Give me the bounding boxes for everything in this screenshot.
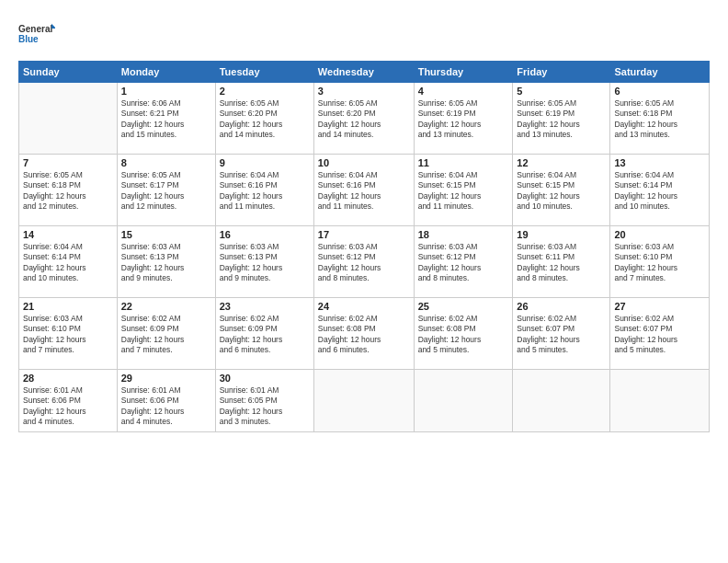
calendar-cell xyxy=(513,370,610,432)
day-number: 28 xyxy=(23,373,113,384)
day-info: Sunrise: 6:04 AMSunset: 6:15 PMDaylight:… xyxy=(517,170,606,213)
weekday-header-monday: Monday xyxy=(117,62,215,83)
weekday-header-row: SundayMondayTuesdayWednesdayThursdayFrid… xyxy=(19,62,710,83)
svg-marker-2 xyxy=(51,24,55,29)
calendar-cell: 23Sunrise: 6:02 AMSunset: 6:09 PMDayligh… xyxy=(215,298,313,370)
calendar-cell xyxy=(610,370,710,432)
calendar-week-2: 7Sunrise: 6:05 AMSunset: 6:18 PMDaylight… xyxy=(19,155,710,226)
calendar-cell: 19Sunrise: 6:03 AMSunset: 6:11 PMDayligh… xyxy=(513,226,610,298)
day-number: 25 xyxy=(418,301,509,312)
day-info: Sunrise: 6:02 AMSunset: 6:09 PMDaylight:… xyxy=(121,314,211,356)
calendar-cell xyxy=(313,370,414,432)
day-number: 17 xyxy=(318,229,410,240)
day-info: Sunrise: 6:01 AMSunset: 6:05 PMDaylight:… xyxy=(220,385,310,428)
day-number: 15 xyxy=(121,229,211,240)
day-info: Sunrise: 6:05 AMSunset: 6:19 PMDaylight:… xyxy=(418,98,509,141)
day-number: 30 xyxy=(220,373,310,384)
calendar-week-3: 14Sunrise: 6:04 AMSunset: 6:14 PMDayligh… xyxy=(19,226,710,298)
day-info: Sunrise: 6:01 AMSunset: 6:06 PMDaylight:… xyxy=(121,385,211,428)
day-number: 10 xyxy=(318,157,410,168)
calendar-table: SundayMondayTuesdayWednesdayThursdayFrid… xyxy=(18,61,710,432)
calendar-week-5: 28Sunrise: 6:01 AMSunset: 6:06 PMDayligh… xyxy=(19,370,710,432)
day-number: 7 xyxy=(23,157,113,168)
calendar-cell: 16Sunrise: 6:03 AMSunset: 6:13 PMDayligh… xyxy=(215,226,313,298)
calendar-cell: 13Sunrise: 6:04 AMSunset: 6:14 PMDayligh… xyxy=(610,155,710,226)
calendar-cell: 21Sunrise: 6:03 AMSunset: 6:10 PMDayligh… xyxy=(19,298,118,370)
day-number: 13 xyxy=(614,157,705,168)
day-info: Sunrise: 6:03 AMSunset: 6:11 PMDaylight:… xyxy=(517,242,606,284)
day-info: Sunrise: 6:01 AMSunset: 6:06 PMDaylight:… xyxy=(23,385,113,428)
calendar-cell: 27Sunrise: 6:02 AMSunset: 6:07 PMDayligh… xyxy=(610,298,710,370)
svg-text:Blue: Blue xyxy=(18,34,39,44)
day-number: 19 xyxy=(517,229,606,240)
calendar-cell: 6Sunrise: 6:05 AMSunset: 6:18 PMDaylight… xyxy=(610,83,710,155)
calendar-cell: 2Sunrise: 6:05 AMSunset: 6:20 PMDaylight… xyxy=(215,83,313,155)
calendar-week-1: 1Sunrise: 6:06 AMSunset: 6:21 PMDaylight… xyxy=(19,83,710,155)
calendar-cell: 4Sunrise: 6:05 AMSunset: 6:19 PMDaylight… xyxy=(414,83,513,155)
day-number: 14 xyxy=(23,229,113,240)
day-info: Sunrise: 6:05 AMSunset: 6:18 PMDaylight:… xyxy=(614,98,705,141)
calendar-cell: 18Sunrise: 6:03 AMSunset: 6:12 PMDayligh… xyxy=(414,226,513,298)
calendar-cell: 11Sunrise: 6:04 AMSunset: 6:15 PMDayligh… xyxy=(414,155,513,226)
day-info: Sunrise: 6:04 AMSunset: 6:16 PMDaylight:… xyxy=(220,170,310,213)
page-header: General Blue xyxy=(18,17,710,52)
calendar-cell xyxy=(19,83,118,155)
calendar-cell: 9Sunrise: 6:04 AMSunset: 6:16 PMDaylight… xyxy=(215,155,313,226)
calendar-cell: 14Sunrise: 6:04 AMSunset: 6:14 PMDayligh… xyxy=(19,226,118,298)
calendar-cell: 30Sunrise: 6:01 AMSunset: 6:05 PMDayligh… xyxy=(215,370,313,432)
day-number: 18 xyxy=(418,229,509,240)
day-number: 29 xyxy=(121,373,211,384)
day-number: 3 xyxy=(318,86,410,97)
weekday-header-thursday: Thursday xyxy=(414,62,513,83)
calendar-cell: 25Sunrise: 6:02 AMSunset: 6:08 PMDayligh… xyxy=(414,298,513,370)
weekday-header-sunday: Sunday xyxy=(19,62,118,83)
calendar-cell: 28Sunrise: 6:01 AMSunset: 6:06 PMDayligh… xyxy=(19,370,118,432)
day-number: 8 xyxy=(121,157,211,168)
day-info: Sunrise: 6:03 AMSunset: 6:12 PMDaylight:… xyxy=(318,242,410,284)
day-number: 20 xyxy=(614,229,705,240)
calendar-cell: 17Sunrise: 6:03 AMSunset: 6:12 PMDayligh… xyxy=(313,226,414,298)
calendar-cell: 8Sunrise: 6:05 AMSunset: 6:17 PMDaylight… xyxy=(117,155,215,226)
day-info: Sunrise: 6:03 AMSunset: 6:10 PMDaylight:… xyxy=(614,242,705,284)
day-number: 11 xyxy=(418,157,509,168)
calendar-cell: 1Sunrise: 6:06 AMSunset: 6:21 PMDaylight… xyxy=(117,83,215,155)
weekday-header-saturday: Saturday xyxy=(610,62,710,83)
day-info: Sunrise: 6:04 AMSunset: 6:14 PMDaylight:… xyxy=(23,242,113,284)
logo-svg: General Blue xyxy=(18,17,55,52)
calendar-cell: 10Sunrise: 6:04 AMSunset: 6:16 PMDayligh… xyxy=(313,155,414,226)
calendar-cell: 3Sunrise: 6:05 AMSunset: 6:20 PMDaylight… xyxy=(313,83,414,155)
day-number: 21 xyxy=(23,301,113,312)
calendar-cell: 5Sunrise: 6:05 AMSunset: 6:19 PMDaylight… xyxy=(513,83,610,155)
day-number: 22 xyxy=(121,301,211,312)
day-info: Sunrise: 6:03 AMSunset: 6:10 PMDaylight:… xyxy=(23,314,113,356)
day-info: Sunrise: 6:03 AMSunset: 6:12 PMDaylight:… xyxy=(418,242,509,284)
weekday-header-wednesday: Wednesday xyxy=(313,62,414,83)
calendar-cell: 22Sunrise: 6:02 AMSunset: 6:09 PMDayligh… xyxy=(117,298,215,370)
day-info: Sunrise: 6:05 AMSunset: 6:19 PMDaylight:… xyxy=(517,98,606,141)
day-number: 1 xyxy=(121,86,211,97)
weekday-header-tuesday: Tuesday xyxy=(215,62,313,83)
day-number: 6 xyxy=(614,86,705,97)
weekday-header-friday: Friday xyxy=(513,62,610,83)
day-info: Sunrise: 6:02 AMSunset: 6:08 PMDaylight:… xyxy=(418,314,509,356)
day-info: Sunrise: 6:02 AMSunset: 6:07 PMDaylight:… xyxy=(614,314,705,356)
day-info: Sunrise: 6:03 AMSunset: 6:13 PMDaylight:… xyxy=(121,242,211,284)
day-number: 23 xyxy=(220,301,310,312)
day-info: Sunrise: 6:05 AMSunset: 6:17 PMDaylight:… xyxy=(121,170,211,213)
day-info: Sunrise: 6:04 AMSunset: 6:15 PMDaylight:… xyxy=(418,170,509,213)
calendar-cell: 7Sunrise: 6:05 AMSunset: 6:18 PMDaylight… xyxy=(19,155,118,226)
calendar-cell: 29Sunrise: 6:01 AMSunset: 6:06 PMDayligh… xyxy=(117,370,215,432)
calendar-week-4: 21Sunrise: 6:03 AMSunset: 6:10 PMDayligh… xyxy=(19,298,710,370)
calendar-cell: 15Sunrise: 6:03 AMSunset: 6:13 PMDayligh… xyxy=(117,226,215,298)
svg-text:General: General xyxy=(18,24,52,34)
day-number: 26 xyxy=(517,301,606,312)
day-number: 2 xyxy=(220,86,310,97)
day-info: Sunrise: 6:02 AMSunset: 6:08 PMDaylight:… xyxy=(318,314,410,356)
calendar-cell: 24Sunrise: 6:02 AMSunset: 6:08 PMDayligh… xyxy=(313,298,414,370)
day-number: 12 xyxy=(517,157,606,168)
logo: General Blue xyxy=(18,17,55,52)
day-info: Sunrise: 6:05 AMSunset: 6:18 PMDaylight:… xyxy=(23,170,113,213)
day-info: Sunrise: 6:02 AMSunset: 6:07 PMDaylight:… xyxy=(517,314,606,356)
day-info: Sunrise: 6:04 AMSunset: 6:14 PMDaylight:… xyxy=(614,170,705,213)
day-number: 4 xyxy=(418,86,509,97)
